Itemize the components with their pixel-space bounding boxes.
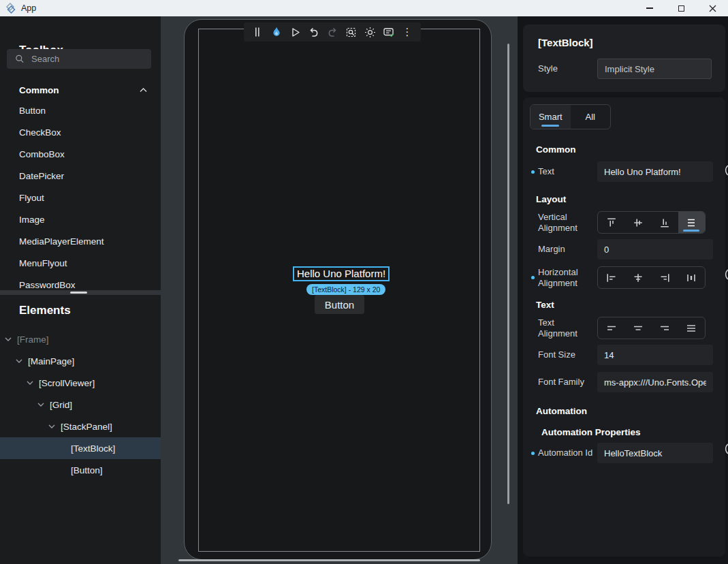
minimize-button[interactable]: [634, 0, 665, 16]
textblock-text: Hello Uno Platform!: [297, 268, 385, 279]
tree-item-textblock[interactable]: [TextBlock]: [0, 437, 161, 459]
selected-textblock[interactable]: Hello Uno Platform!: [293, 266, 390, 281]
toolbox-item-flyout[interactable]: Flyout: [0, 187, 161, 209]
scrollbar-thumb[interactable]: [70, 292, 87, 294]
inspector-header-card: [TextBlock] Style: [523, 25, 725, 92]
toolbox-item-checkbox[interactable]: CheckBox: [0, 122, 161, 144]
advanced-options-icon-clipped[interactable]: [723, 269, 728, 280]
font-family-input[interactable]: [597, 372, 713, 392]
maximize-icon: [678, 5, 684, 12]
align-bottom-icon[interactable]: [652, 212, 678, 233]
toolbox-item-mediaplayerelement[interactable]: MediaPlayerElement: [0, 231, 161, 253]
left-sidebar: Toolbox Common Button CheckBox ComboBox …: [0, 16, 161, 564]
theme-sun-icon[interactable]: [363, 25, 377, 40]
tab-all[interactable]: All: [571, 105, 611, 129]
tree-item-scrollviewer[interactable]: [ScrollViewer]: [0, 372, 161, 394]
toolbox-item-datepicker[interactable]: DatePicker: [0, 166, 161, 187]
property-row-margin: Margin: [523, 239, 725, 260]
close-button[interactable]: [697, 0, 728, 16]
play-icon[interactable]: [288, 25, 302, 40]
modified-dot: [531, 276, 535, 279]
elements-title: Elements: [19, 304, 71, 317]
chevron-down-icon[interactable]: [48, 424, 55, 428]
toolbox-horizontal-scrollbar[interactable]: [0, 290, 161, 295]
horizontal-alignment-group: [597, 266, 706, 289]
tab-smart[interactable]: Smart: [531, 105, 571, 129]
text-align-left-icon[interactable]: [598, 317, 624, 339]
tree-item-grid[interactable]: [Grid]: [0, 394, 161, 416]
text-alignment-group: [597, 317, 706, 339]
search-input[interactable]: [31, 54, 151, 64]
canvas-button[interactable]: Button: [315, 295, 364, 314]
chevron-down-icon[interactable]: [16, 359, 22, 363]
toolbox-item-button[interactable]: Button: [0, 100, 161, 122]
toolbox-item-menuflyout[interactable]: MenuFlyout: [0, 253, 161, 275]
text-align-justify-icon[interactable]: [678, 317, 705, 339]
close-icon: [709, 5, 716, 12]
section-automation: Automation: [536, 406, 725, 416]
chevron-down-icon[interactable]: [5, 337, 12, 341]
align-center-vertical-icon[interactable]: [624, 212, 651, 233]
font-size-input[interactable]: [597, 345, 713, 365]
section-layout: Layout: [536, 194, 725, 204]
canvas-vertical-scrollbar[interactable]: [507, 44, 509, 504]
toolbox-group-common[interactable]: Common: [0, 81, 161, 99]
align-left-icon[interactable]: [598, 267, 624, 288]
more-kebab-icon[interactable]: ⋮: [400, 25, 414, 40]
advanced-options-icon-clipped[interactable]: [723, 165, 728, 176]
elements-tree: [Frame] [MainPage] [ScrollViewer] [Grid]…: [0, 328, 161, 481]
text-align-right-icon[interactable]: [652, 317, 678, 339]
toolbox-item-image[interactable]: Image: [0, 209, 161, 231]
canvas-toolbar: ⋮: [244, 22, 421, 42]
vertical-alignment-group: [597, 211, 706, 234]
toolbox-search[interactable]: [7, 49, 151, 69]
margin-input[interactable]: [597, 239, 713, 260]
drag-handle-icon[interactable]: [251, 25, 264, 40]
align-right-icon[interactable]: [652, 267, 678, 288]
property-row-automation-id: Automation Id: [523, 443, 725, 463]
property-row-vertical-alignment: Vertical Alignment: [523, 211, 725, 234]
tree-item-frame[interactable]: [Frame]: [0, 328, 161, 350]
hot-reload-flame-icon[interactable]: [270, 25, 283, 40]
chevron-down-icon[interactable]: [27, 381, 33, 385]
form-checklist-icon[interactable]: [382, 25, 396, 40]
property-row-horizontal-alignment: Horizontal Alignment: [523, 266, 725, 289]
element-picker-icon[interactable]: [345, 25, 358, 40]
undo-icon[interactable]: [307, 25, 321, 40]
text-input[interactable]: [597, 161, 713, 182]
search-icon: [15, 54, 25, 64]
selected-element-title: [TextBlock]: [538, 37, 593, 48]
toolbox-list: Button CheckBox ComboBox DatePicker Flyo…: [0, 100, 161, 296]
modified-dot: [531, 452, 535, 455]
inspector-properties-card: Smart All Common Text Layout Vertical Al…: [523, 97, 725, 557]
tree-item-button[interactable]: [Button]: [0, 459, 161, 481]
chevron-down-icon[interactable]: [37, 403, 44, 407]
align-center-horizontal-icon[interactable]: [624, 267, 651, 288]
advanced-options-icon-clipped[interactable]: [723, 443, 728, 454]
minimize-icon: [646, 7, 653, 8]
section-common: Common: [536, 144, 725, 155]
title-bar: App: [0, 0, 728, 16]
subsection-automation-properties: Automation Properties: [541, 427, 725, 437]
maximize-button[interactable]: [665, 0, 697, 16]
app-window: App Toolbox Common Button CheckBox Combo…: [0, 0, 728, 564]
property-row-text-alignment: Text Alignment: [523, 317, 725, 339]
tree-item-stackpanel[interactable]: [StackPanel]: [0, 416, 161, 437]
selection-size-badge: [TextBlock] - 129 x 20: [306, 284, 385, 295]
canvas-horizontal-scrollbar[interactable]: [178, 559, 480, 561]
automation-id-input[interactable]: [597, 443, 713, 463]
modified-dot: [531, 170, 535, 174]
stretch-horizontal-icon[interactable]: [678, 267, 705, 288]
property-row-font-family: Font Family: [523, 372, 725, 392]
app-logo-icon: [5, 3, 16, 14]
style-input[interactable]: [597, 59, 712, 79]
redo-icon[interactable]: [326, 25, 339, 40]
text-align-center-icon[interactable]: [624, 317, 651, 339]
toolbox-item-combobox[interactable]: ComboBox: [0, 144, 161, 166]
align-top-icon[interactable]: [598, 212, 624, 233]
window-title: App: [21, 3, 36, 13]
property-row-font-size: Font Size: [523, 345, 725, 365]
stretch-vertical-icon[interactable]: [678, 212, 705, 233]
tree-item-mainpage[interactable]: [MainPage]: [0, 350, 161, 372]
property-row-text: Text: [523, 161, 725, 182]
